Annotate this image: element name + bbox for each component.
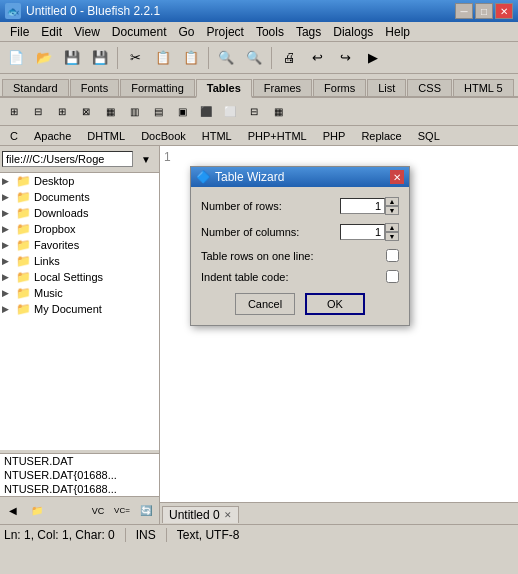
tree-item-favorites[interactable]: ▶ 📁 Favorites [0, 237, 159, 253]
tag-sql[interactable]: SQL [412, 130, 446, 142]
sidebar-vc-button[interactable]: VC [87, 500, 109, 522]
tag-replace[interactable]: Replace [355, 130, 407, 142]
tables-toolbar: ⊞ ⊟ ⊞ ⊠ ▦ ▥ ▤ ▣ ⬛ ⬜ ⊟ ▦ [0, 98, 518, 126]
cols-spinner-btns: ▲ ▼ [385, 223, 399, 241]
indent-checkbox[interactable] [386, 270, 399, 283]
save-as-button[interactable]: 💾 [87, 45, 113, 71]
rows-increment-button[interactable]: ▲ [385, 197, 399, 206]
dialog-title: Table Wizard [215, 170, 284, 184]
tree-item-documents[interactable]: ▶ 📁 Documents [0, 189, 159, 205]
sidebar-bottom: ◀ 📁 VC VC= 🔄 [0, 496, 159, 524]
table-btn-4[interactable]: ⊠ [75, 101, 97, 123]
tree-item-local-settings[interactable]: ▶ 📁 Local Settings [0, 269, 159, 285]
sidebar-refresh-button[interactable]: 🔄 [135, 500, 157, 522]
cols-input[interactable] [340, 224, 385, 240]
tab-formatting[interactable]: Formatting [120, 79, 195, 96]
cols-increment-button[interactable]: ▲ [385, 223, 399, 232]
table-btn-5[interactable]: ▦ [99, 101, 121, 123]
tree-label-desktop: Desktop [34, 175, 74, 187]
undo-button[interactable]: ↩ [304, 45, 330, 71]
table-btn-3[interactable]: ⊞ [51, 101, 73, 123]
tab-tables[interactable]: Tables [196, 79, 252, 98]
tag-phphtml[interactable]: PHP+HTML [242, 130, 313, 142]
tree-item-links[interactable]: ▶ 📁 Links [0, 253, 159, 269]
menu-document[interactable]: Document [106, 24, 173, 40]
find-button[interactable]: 🔍 [213, 45, 239, 71]
file-item-3[interactable]: NTUSER.DAT{01688... [0, 482, 159, 496]
sidebar-vce-button[interactable]: VC= [111, 500, 133, 522]
maximize-button[interactable]: □ [475, 3, 493, 19]
tab-frames[interactable]: Frames [253, 79, 312, 96]
cut-button[interactable]: ✂ [122, 45, 148, 71]
table-btn-7[interactable]: ▤ [147, 101, 169, 123]
sidebar-back-button[interactable]: ◀ [2, 500, 24, 522]
tag-c[interactable]: C [4, 130, 24, 142]
cancel-button[interactable]: Cancel [235, 293, 295, 315]
tag-dhtml[interactable]: DHTML [81, 130, 131, 142]
dialog-close-button[interactable]: ✕ [390, 170, 404, 184]
sidebar-path[interactable]: file:///C:/Users/Roge [2, 151, 133, 167]
tab-standard[interactable]: Standard [2, 79, 69, 96]
cols-spinner: ▲ ▼ [340, 223, 399, 241]
menu-tools[interactable]: Tools [250, 24, 290, 40]
table-btn-11[interactable]: ⊟ [243, 101, 265, 123]
one-line-checkbox[interactable] [386, 249, 399, 262]
table-btn-6[interactable]: ▥ [123, 101, 145, 123]
menu-project[interactable]: Project [201, 24, 250, 40]
tree-item-downloads[interactable]: ▶ 📁 Downloads [0, 205, 159, 221]
replace-button[interactable]: 🔍 [241, 45, 267, 71]
expand-icon-favorites: ▶ [2, 240, 16, 250]
tree-item-music[interactable]: ▶ 📁 Music [0, 285, 159, 301]
redo-button[interactable]: ↪ [332, 45, 358, 71]
doc-tab-untitled[interactable]: Untitled 0 ✕ [162, 506, 239, 523]
tree-item-desktop[interactable]: ▶ 📁 Desktop [0, 173, 159, 189]
open-file-button[interactable]: 📂 [31, 45, 57, 71]
new-file-button[interactable]: 📄 [3, 45, 29, 71]
rows-input[interactable] [340, 198, 385, 214]
status-position: Ln: 1, Col: 1, Char: 0 [4, 528, 115, 542]
print-button[interactable]: 🖨 [276, 45, 302, 71]
preview-button[interactable]: ▶ [360, 45, 386, 71]
close-button[interactable]: ✕ [495, 3, 513, 19]
paste-button[interactable]: 📋 [178, 45, 204, 71]
tab-css[interactable]: CSS [407, 79, 452, 96]
tab-fonts[interactable]: Fonts [70, 79, 120, 96]
tag-html[interactable]: HTML [196, 130, 238, 142]
tab-forms[interactable]: Forms [313, 79, 366, 96]
table-btn-8[interactable]: ▣ [171, 101, 193, 123]
sidebar-folder-up-button[interactable]: 📁 [26, 500, 48, 522]
menu-help[interactable]: Help [379, 24, 416, 40]
tag-apache[interactable]: Apache [28, 130, 77, 142]
menu-go[interactable]: Go [173, 24, 201, 40]
table-btn-9[interactable]: ⬛ [195, 101, 217, 123]
cols-decrement-button[interactable]: ▼ [385, 232, 399, 241]
menu-tags[interactable]: Tags [290, 24, 327, 40]
tag-php[interactable]: PHP [317, 130, 352, 142]
minimize-button[interactable]: ─ [455, 3, 473, 19]
menu-edit[interactable]: Edit [35, 24, 68, 40]
copy-button[interactable]: 📋 [150, 45, 176, 71]
line-number: 1 [164, 150, 171, 164]
rows-row: Number of rows: ▲ ▼ [201, 197, 399, 215]
file-item-1[interactable]: NTUSER.DAT [0, 454, 159, 468]
menu-view[interactable]: View [68, 24, 106, 40]
table-btn-1[interactable]: ⊞ [3, 101, 25, 123]
menu-file[interactable]: File [4, 24, 35, 40]
status-bar: Ln: 1, Col: 1, Char: 0 INS Text, UTF-8 [0, 524, 518, 544]
doc-tab-close-icon[interactable]: ✕ [224, 510, 232, 520]
editor-content[interactable]: 1 🔷 Table Wizard ✕ Number of rows: [160, 146, 518, 502]
tree-item-dropbox[interactable]: ▶ 📁 Dropbox [0, 221, 159, 237]
rows-decrement-button[interactable]: ▼ [385, 206, 399, 215]
table-btn-2[interactable]: ⊟ [27, 101, 49, 123]
tab-html5[interactable]: HTML 5 [453, 79, 514, 96]
tag-docbook[interactable]: DocBook [135, 130, 192, 142]
save-button[interactable]: 💾 [59, 45, 85, 71]
file-item-2[interactable]: NTUSER.DAT{01688... [0, 468, 159, 482]
ok-button[interactable]: OK [305, 293, 365, 315]
sidebar-go-button[interactable]: ▼ [135, 148, 157, 170]
menu-dialogs[interactable]: Dialogs [327, 24, 379, 40]
tree-item-my-document[interactable]: ▶ 📁 My Document [0, 301, 159, 317]
table-btn-10[interactable]: ⬜ [219, 101, 241, 123]
tab-list[interactable]: List [367, 79, 406, 96]
table-btn-12[interactable]: ▦ [267, 101, 289, 123]
